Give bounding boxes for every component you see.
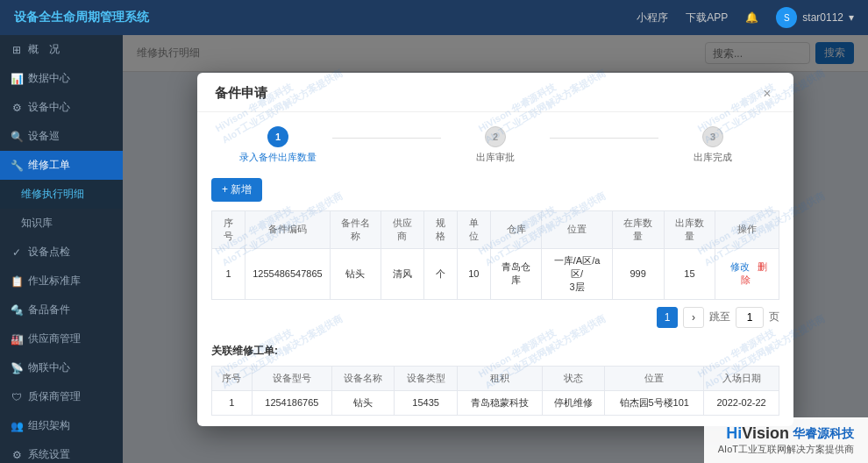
related-table-row: 1 1254186765 钻头 15435 青岛稳蒙科技 停机维修 铂杰园5号楼… <box>212 390 779 415</box>
modal-close-button[interactable]: × <box>758 85 776 103</box>
equipment-patrol-icon: 🔍 <box>11 131 23 143</box>
col-code: 备件编码 <box>245 210 331 248</box>
related-table-header: 序号 设备型号 设备名称 设备类型 租积 状态 位置 入场日期 <box>212 366 779 390</box>
page-1-button[interactable]: 1 <box>657 307 678 328</box>
rel-cell-type: 15435 <box>395 390 457 415</box>
spare-parts-icon: 🔩 <box>11 304 23 317</box>
rel-col-model: 设备型号 <box>252 366 331 390</box>
sidebar-label-overview: 概 况 <box>28 42 60 57</box>
sidebar-item-spare-parts[interactable]: 🔩 备品备件 <box>0 296 123 324</box>
brand-hi: HiVision <box>726 424 789 443</box>
col-spec: 规格 <box>423 210 457 248</box>
brand-tagline: AIoT工业互联网解决方案提供商 <box>718 443 854 456</box>
sidebar-label-data-center: 数据中心 <box>28 71 70 86</box>
page-unit-label: 页 <box>769 310 779 324</box>
sidebar-label-inspection: 设备点检 <box>28 245 70 260</box>
user-dropdown-icon[interactable]: ▾ <box>849 11 854 24</box>
step-1-number: 1 <box>275 132 281 142</box>
step-2-number: 2 <box>493 132 498 142</box>
inspection-icon: ✓ <box>11 246 23 259</box>
cell-stock: 999 <box>612 248 664 299</box>
step-1-circle: 1 <box>267 126 288 147</box>
sidebar-label-supplier: 供应商管理 <box>28 331 81 346</box>
sidebar-label-spare-parts: 备品备件 <box>28 303 70 317</box>
sidebar-label-repair-detail: 维修执行明细 <box>21 187 84 202</box>
download-app-link[interactable]: 下载APP <box>686 11 728 25</box>
sidebar-item-supplier[interactable]: 🏭 供应商管理 <box>0 324 123 353</box>
sidebar-item-settings[interactable]: ⚙ 系统设置 <box>0 440 123 463</box>
iot-icon: 📡 <box>11 362 23 374</box>
notification-icon[interactable]: 🔔 <box>745 11 758 24</box>
related-table: 序号 设备型号 设备名称 设备类型 租积 状态 位置 入场日期 <box>211 366 779 416</box>
step-line-2 <box>550 138 658 139</box>
sidebar-label-warranty: 质保商管理 <box>28 389 81 404</box>
modal-title: 备件申请 <box>215 85 267 102</box>
sidebar-label-equipment-center: 设备中心 <box>28 100 70 115</box>
cell-position: 一库/A区/a区/3层 <box>542 248 612 299</box>
bottom-brand: HiVision 华睿源科技 AIoT工业互联网解决方案提供商 <box>704 417 868 463</box>
step-1-label: 录入备件出库数量 <box>239 151 317 164</box>
sidebar-label-standard: 作业标准库 <box>28 274 81 288</box>
rel-cell-name: 钻头 <box>332 390 395 415</box>
col-warehouse: 仓库 <box>490 210 542 248</box>
rel-col-seq: 序号 <box>212 366 253 390</box>
warranty-icon: 🛡 <box>11 391 23 403</box>
sidebar-item-equipment-patrol[interactable]: 🔍 设备巡 <box>0 122 123 151</box>
related-table-header-row: 序号 设备型号 设备名称 设备类型 租积 状态 位置 入场日期 <box>212 366 779 390</box>
sidebar-item-repair-detail[interactable]: 维修执行明细 <box>0 180 123 209</box>
modal-overlay: 备件申请 × 1 录入备件出库数量 2 <box>123 35 868 463</box>
sidebar-label-settings: 系统设置 <box>28 447 70 462</box>
sidebar-item-knowledge[interactable]: 知识库 <box>0 209 123 238</box>
rel-cell-position: 铂杰园5号楼101 <box>605 390 704 415</box>
cell-supplier: 清风 <box>381 248 423 299</box>
sidebar-item-repair-workorder[interactable]: 🔧 维修工单 <box>0 151 123 180</box>
step-2-circle: 2 <box>485 126 506 147</box>
cell-name: 钻头 <box>330 248 381 299</box>
rel-col-capacity: 租积 <box>457 366 542 390</box>
spare-parts-modal: 备件申请 × 1 录入备件出库数量 2 <box>197 73 793 426</box>
sidebar-item-overview[interactable]: ⊞ 概 况 <box>0 35 123 64</box>
page-goto-label: 跳至 <box>709 310 730 324</box>
cell-code: 1255486547865 <box>245 248 331 299</box>
username: star0112 <box>802 11 843 24</box>
pagination: 1 › 跳至 页 <box>211 300 779 335</box>
table-row: 1 1255486547865 钻头 清风 个 10 青岛仓库 一库/A区/a区… <box>212 248 779 299</box>
sidebar-item-equipment-center[interactable]: ⚙ 设备中心 <box>0 93 123 122</box>
parts-table-header: 序号 备件编码 备件名称 供应商 规格 单位 仓库 位置 在库数量 出库数量 操 <box>212 210 779 248</box>
rel-cell-status: 停机维修 <box>542 390 604 415</box>
sidebar-item-warranty[interactable]: 🛡 质保商管理 <box>0 382 123 411</box>
cell-unit: 10 <box>457 248 490 299</box>
rel-col-position: 位置 <box>605 366 704 390</box>
rel-col-status: 状态 <box>542 366 604 390</box>
page-next-button[interactable]: › <box>683 307 704 328</box>
sidebar-item-standard[interactable]: 📋 作业标准库 <box>0 267 123 296</box>
sidebar: ⊞ 概 况 📊 数据中心 ⚙ 设备中心 🔍 设备巡 🔧 维修工单 维修执行明细 … <box>0 35 123 463</box>
cell-out-qty: 15 <box>664 248 715 299</box>
supplier-icon: 🏭 <box>11 333 23 345</box>
sidebar-item-org[interactable]: 👥 组织架构 <box>0 411 123 440</box>
step-3-number: 3 <box>710 132 715 142</box>
cell-spec: 个 <box>423 248 457 299</box>
data-center-icon: 📊 <box>11 73 23 85</box>
page-input[interactable] <box>736 307 764 328</box>
mini-program-link[interactable]: 小程序 <box>637 11 668 25</box>
steps-container: 1 录入备件出库数量 2 出库审批 3 <box>197 112 793 178</box>
sidebar-label-iot: 物联中心 <box>28 360 70 375</box>
edit-link[interactable]: 修改 <box>730 261 750 272</box>
sidebar-item-data-center[interactable]: 📊 数据中心 <box>0 64 123 93</box>
parts-table-body: 1 1255486547865 钻头 清风 个 10 青岛仓库 一库/A区/a区… <box>212 248 779 299</box>
step-2-label: 出库审批 <box>476 151 515 164</box>
nav-right: 小程序 下载APP 🔔 S star0112 ▾ <box>637 7 854 28</box>
col-stock: 在库数量 <box>612 210 664 248</box>
related-section-title: 关联维修工单: <box>211 344 779 359</box>
user-avatar: S <box>776 7 797 28</box>
cell-warehouse: 青岛仓库 <box>490 248 542 299</box>
add-new-button[interactable]: + 新增 <box>211 178 262 202</box>
sidebar-item-iot[interactable]: 📡 物联中心 <box>0 353 123 382</box>
repair-icon: 🔧 <box>11 160 23 172</box>
sidebar-label-equipment-patrol: 设备巡 <box>28 129 60 144</box>
sidebar-item-inspection[interactable]: ✓ 设备点检 <box>0 238 123 267</box>
step-line-1 <box>332 138 441 139</box>
rel-cell-seq: 1 <box>212 390 253 415</box>
sidebar-label-knowledge: 知识库 <box>21 216 53 231</box>
